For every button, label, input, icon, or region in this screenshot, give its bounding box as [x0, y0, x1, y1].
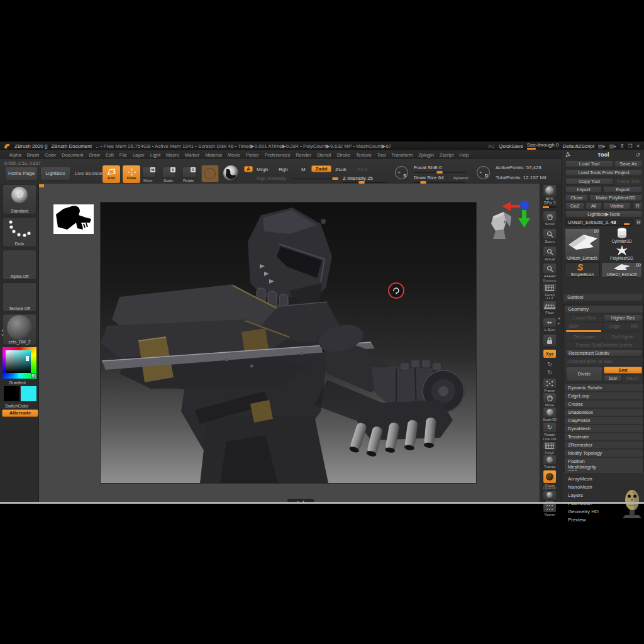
color-picker-corner-swatch[interactable] — [31, 373, 35, 377]
lower-res-button[interactable]: Lower Res — [566, 314, 602, 321]
zoom-button[interactable]: Zoom — [541, 229, 558, 243]
menu-brush[interactable]: Brush — [24, 152, 42, 158]
local-lock-button[interactable] — [541, 335, 558, 346]
m-button[interactable]: M — [301, 167, 306, 172]
alternate-button[interactable]: Alternate — [2, 409, 38, 417]
smt-button[interactable]: Smt — [604, 367, 642, 374]
rgb-intensity-handle[interactable] — [332, 177, 338, 180]
document-canvas[interactable] — [101, 203, 476, 483]
default-zscript-button[interactable]: DefaultZScript — [562, 143, 594, 149]
suv-button[interactable]: Suv — [604, 375, 622, 382]
shadowbox-header[interactable]: ShadowBox — [565, 409, 643, 416]
color-picker-cursor[interactable] — [26, 356, 29, 361]
ghost-button[interactable]: Ghost — [541, 470, 558, 487]
dynamic-subdiv-header[interactable]: Dynamic Subdiv — [565, 384, 643, 391]
color-picker-field[interactable] — [6, 350, 31, 373]
import-button[interactable]: Import — [565, 186, 602, 193]
goz-button[interactable]: GoZ — [565, 203, 584, 209]
focal-shift-slider[interactable]: Focal Shift 0 — [414, 165, 441, 170]
quicksave-button[interactable]: QuickSave — [499, 143, 523, 149]
restore-icon[interactable]: ❐ — [628, 143, 632, 149]
layers-header[interactable]: Layers — [568, 493, 583, 498]
current-brush-preview[interactable] — [201, 165, 219, 182]
home-page-button[interactable]: Home Page — [5, 167, 38, 180]
make-polymesh3d-button[interactable]: Make PolyMesh3D — [589, 194, 642, 201]
menu-stencil[interactable]: Stencil — [314, 152, 334, 158]
depth-quick-button[interactable]: +D — [477, 166, 490, 179]
minimize-icon[interactable]: ⊼ — [620, 143, 624, 149]
rotate-view-button[interactable]: ↻ Rotate — [541, 423, 558, 436]
focal-shift-handle[interactable] — [436, 171, 443, 174]
rotate-gizmo-button[interactable]: R — [182, 167, 196, 178]
del-lower-button[interactable]: Del Lower — [566, 333, 602, 340]
menu-light[interactable]: Light — [147, 152, 163, 158]
menu-layer[interactable]: Layer — [130, 152, 147, 158]
goz-all-button[interactable]: All — [586, 203, 602, 209]
reconstruct-subdiv-button[interactable]: Reconstruct Subdiv — [566, 350, 642, 357]
a-toggle-button[interactable]: A — [244, 166, 253, 172]
zcut-button[interactable]: Zcut — [357, 167, 367, 172]
menu-texture[interactable]: Texture — [353, 152, 374, 158]
menu-transform[interactable]: Transform — [389, 152, 416, 158]
scroll-button[interactable]: Scroll — [541, 211, 558, 226]
edgeloop-header[interactable]: EdgeLoop — [565, 392, 643, 399]
modify-topology-header[interactable]: Modify Topology — [565, 450, 643, 457]
menu-stroke[interactable]: Stroke — [334, 152, 353, 158]
menu-file[interactable]: File — [116, 152, 130, 158]
left-tray-divider-handle[interactable]: ▲▼ — [1, 328, 4, 337]
preview-header[interactable]: Preview — [568, 518, 586, 523]
spix-handle[interactable] — [543, 206, 549, 208]
frame-button[interactable]: Frame — [541, 379, 558, 392]
axis-gizmo[interactable] — [502, 200, 531, 229]
layout-bars-icon[interactable]: ▤▸ — [598, 143, 606, 149]
stroke-selector[interactable]: Dots — [3, 217, 36, 247]
scale3d-button[interactable]: Scale3D — [541, 408, 558, 421]
dynamic-brush-button[interactable]: Dynamic — [449, 175, 473, 180]
gradient-label[interactable]: Gradient — [9, 380, 26, 385]
menu-macro[interactable]: Macro — [163, 152, 182, 158]
primary-color-swatch[interactable] — [4, 386, 19, 401]
rtr-button[interactable]: Rtr — [626, 323, 642, 330]
tessimate-header[interactable]: Tessimate — [565, 433, 643, 440]
divide-button[interactable]: Divide — [566, 367, 602, 382]
save-as-button[interactable]: Save As — [614, 160, 642, 167]
menu-edit[interactable]: Edit — [103, 152, 116, 158]
aahalf-button[interactable]: AAHalf — [541, 264, 558, 278]
lightbox-tools-button[interactable]: Lightbox▶Tools — [565, 211, 642, 218]
zremesher-header[interactable]: ZRemesher — [565, 441, 643, 448]
dynamesh-header[interactable]: DynaMesh — [565, 425, 643, 432]
z-axis-toggle[interactable]: ↻ — [541, 370, 558, 375]
live-boolean-button[interactable]: Live Boolean — [73, 167, 106, 180]
load-tool-button[interactable]: Load Tool — [565, 160, 613, 167]
del-higher-button[interactable]: Del Higher — [604, 333, 642, 340]
claypolish-header[interactable]: ClayPolish — [565, 417, 643, 424]
lightbox-button[interactable]: LightBox — [40, 167, 70, 180]
crease-header[interactable]: Crease — [565, 401, 643, 408]
zsub-button[interactable]: Zsub — [335, 167, 347, 172]
menu-material[interactable]: Material — [203, 152, 225, 158]
layout-panels-icon[interactable]: ▥▸ — [609, 143, 617, 149]
tool-palette-header[interactable]: Tool ↺ — [562, 150, 644, 159]
menu-document[interactable]: Document — [59, 152, 86, 158]
draw-size-slider[interactable]: Draw Size 64 — [414, 175, 444, 180]
floor-button[interactable]: Floor — [541, 301, 558, 314]
sdiv-slider[interactable]: SDiv — [566, 323, 602, 330]
edit-mode-button[interactable]: Edit — [103, 165, 120, 183]
clone-button[interactable]: Clone — [565, 194, 588, 201]
mrgb-button[interactable]: Mrgb — [257, 167, 268, 172]
draw-mode-button[interactable]: Draw — [123, 165, 140, 183]
stroke-quick-button[interactable]: +S — [395, 166, 408, 179]
menu-zscript[interactable]: Zscript — [436, 152, 457, 158]
menu-draw[interactable]: Draw — [86, 152, 103, 158]
cylinder3d-thumbnail[interactable]: Cylinder3D — [601, 227, 642, 244]
spix-slider[interactable]: SPix 3 — [541, 201, 558, 208]
polyf-button[interactable]: Line Fill PolyF — [541, 438, 558, 455]
menu-alpha[interactable]: Alpha — [6, 152, 24, 158]
scale-gizmo-button[interactable]: S — [162, 167, 176, 178]
slider-r-button[interactable]: R — [635, 219, 642, 226]
subtool-section-header[interactable]: Subtool — [564, 294, 642, 301]
active-tool-thumbnail[interactable]: 80 UMesh_Extract6 — [565, 228, 600, 261]
bpr-button[interactable]: BPR — [541, 185, 558, 201]
material-selector[interactable]: zets_DM_2 — [3, 314, 36, 345]
rgb-intensity-slider[interactable]: Rgb Intensity — [257, 176, 286, 181]
